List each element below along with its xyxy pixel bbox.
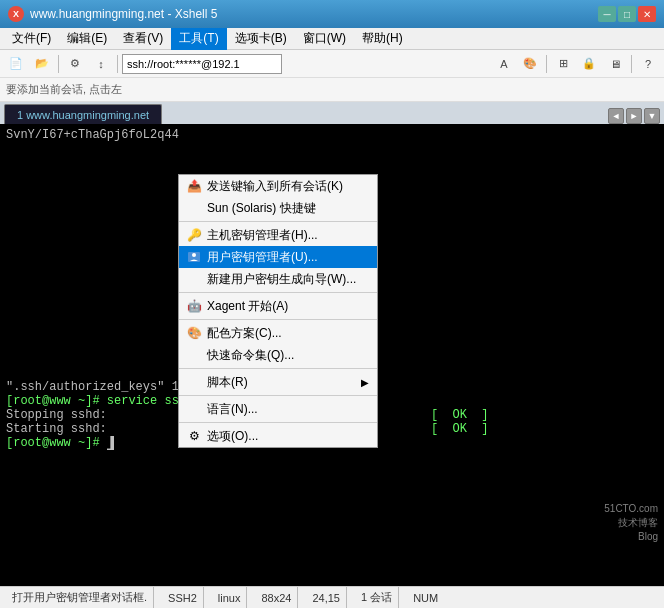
menu-separator [179, 422, 377, 423]
menu-window[interactable]: 窗口(W) [295, 28, 354, 50]
separator-4 [631, 55, 632, 73]
watermark: 51CTO.com 技术博客 Blog [604, 502, 658, 544]
tools-dropdown: 📤发送键输入到所有会话(K)Sun (Solaris) 快捷键🔑主机密钥管理者(… [178, 174, 378, 448]
menu-item-H[interactable]: 🔑主机密钥管理者(H)... [179, 224, 377, 246]
menu-item-O[interactable]: ⚙选项(O)... [179, 425, 377, 447]
menu-file[interactable]: 文件(F) [4, 28, 59, 50]
menu-item-SunSolaris[interactable]: Sun (Solaris) 快捷键 [179, 197, 377, 219]
separator-3 [546, 55, 547, 73]
key-icon: 🔑 [185, 226, 203, 244]
tab-prev-btn[interactable]: ◄ [608, 108, 624, 124]
menu-separator [179, 395, 377, 396]
separator-1 [58, 55, 59, 73]
hint-bar: 要添加当前会话, 点击左 [0, 78, 664, 102]
separator-2 [117, 55, 118, 73]
menu-separator [179, 319, 377, 320]
status-bar: 打开用户密钥管理者对话框. SSH2 linux 88x24 24,15 1 会… [0, 586, 664, 608]
status-num-lock: NUM [407, 587, 444, 608]
hint-text: 要添加当前会话, 点击左 [6, 82, 122, 97]
tab-bar: 1 www.huangmingming.net ◄ ► ▼ [0, 102, 664, 124]
lock-btn[interactable]: 🔒 [577, 53, 601, 75]
title-bar-left: X www.huangmingming.net - Xshell 5 [8, 6, 217, 22]
menu-separator [179, 368, 377, 369]
transfer-btn[interactable]: ↕ [89, 53, 113, 75]
status-protocol: SSH2 [162, 587, 204, 608]
menu-item-C[interactable]: 🎨配色方案(C)... [179, 322, 377, 344]
new-session-btn[interactable]: 📄 [4, 53, 28, 75]
menu-separator [179, 221, 377, 222]
menu-item-W[interactable]: 新建用户密钥生成向导(W)... [179, 268, 377, 290]
menu-item-R[interactable]: 脚本(R)▶ [179, 371, 377, 393]
menu-item-U[interactable]: 用户密钥管理者(U)... [179, 246, 377, 268]
address-input[interactable] [122, 54, 282, 74]
menu-item-K[interactable]: 📤发送键输入到所有会话(K) [179, 175, 377, 197]
gear-icon: ⚙ [185, 427, 203, 445]
status-hint: 打开用户密钥管理者对话框. [6, 587, 154, 608]
tab-navigation: ◄ ► ▼ [608, 108, 660, 124]
window-title: www.huangmingming.net - Xshell 5 [30, 7, 217, 21]
status-dimension: 88x24 [255, 587, 298, 608]
menu-tools[interactable]: 工具(T) [171, 28, 226, 50]
status-position: 24,15 [306, 587, 347, 608]
menu-view[interactable]: 查看(V) [115, 28, 171, 50]
maximize-button[interactable]: □ [618, 6, 636, 22]
status-os: linux [212, 587, 248, 608]
menu-item-Q[interactable]: 快速命令集(Q)... [179, 344, 377, 366]
window-controls: ─ □ ✕ [598, 6, 656, 22]
menu-tabs[interactable]: 选项卡(B) [227, 28, 295, 50]
submenu-arrow: ▶ [361, 377, 369, 388]
menu-edit[interactable]: 编辑(E) [59, 28, 115, 50]
toolbar-right: A 🎨 ⊞ 🔒 🖥 ? [492, 53, 660, 75]
svg-point-1 [192, 253, 196, 257]
open-btn[interactable]: 📂 [30, 53, 54, 75]
content-area: SvnY/I67+cThaGpj6foL2q44 ".ssh/authorize… [0, 124, 664, 586]
close-button[interactable]: ✕ [638, 6, 656, 22]
font-btn[interactable]: A [492, 53, 516, 75]
user-key-icon [185, 248, 203, 266]
tab-next-btn[interactable]: ► [626, 108, 642, 124]
tab-list-btn[interactable]: ▼ [644, 108, 660, 124]
toolbar: 📄 📂 ⚙ ↕ A 🎨 ⊞ 🔒 🖥 ? [0, 50, 664, 78]
status-sessions: 1 会话 [355, 587, 399, 608]
menu-help[interactable]: 帮助(H) [354, 28, 411, 50]
color-btn[interactable]: 🎨 [518, 53, 542, 75]
layout-btn[interactable]: ⊞ [551, 53, 575, 75]
menu-item-N[interactable]: 语言(N)... [179, 398, 377, 420]
menu-item-XagentA[interactable]: 🤖Xagent 开始(A) [179, 295, 377, 317]
minimize-button[interactable]: ─ [598, 6, 616, 22]
monitor-btn[interactable]: 🖥 [603, 53, 627, 75]
color-scheme-icon: 🎨 [185, 324, 203, 342]
xagent-icon: 🤖 [185, 297, 203, 315]
help-btn[interactable]: ? [636, 53, 660, 75]
app-window: X www.huangmingming.net - Xshell 5 ─ □ ✕… [0, 0, 664, 608]
menu-separator [179, 292, 377, 293]
title-bar: X www.huangmingming.net - Xshell 5 ─ □ ✕ [0, 0, 664, 28]
menu-bar: 文件(F) 编辑(E) 查看(V) 工具(T) 选项卡(B) 窗口(W) 帮助(… [0, 28, 664, 50]
app-icon: X [8, 6, 24, 22]
settings-btn[interactable]: ⚙ [63, 53, 87, 75]
active-tab[interactable]: 1 www.huangmingming.net [4, 104, 162, 124]
send-icon: 📤 [185, 177, 203, 195]
